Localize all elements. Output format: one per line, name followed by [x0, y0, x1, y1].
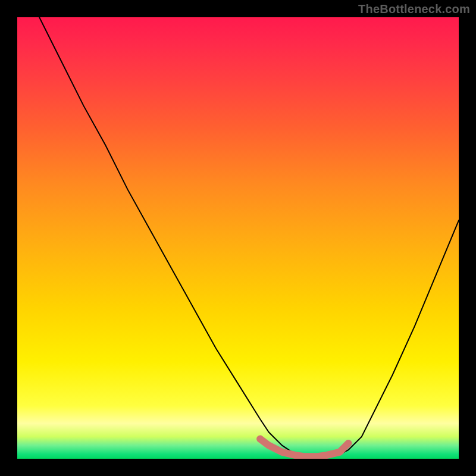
watermark-text: TheBottleneck.com: [358, 2, 470, 16]
plot-area: [17, 17, 459, 459]
chart-svg: [17, 17, 459, 459]
bottleneck-curve: [39, 17, 459, 458]
chart-frame: TheBottleneck.com: [0, 0, 476, 476]
optimal-range-marker: [260, 439, 348, 457]
